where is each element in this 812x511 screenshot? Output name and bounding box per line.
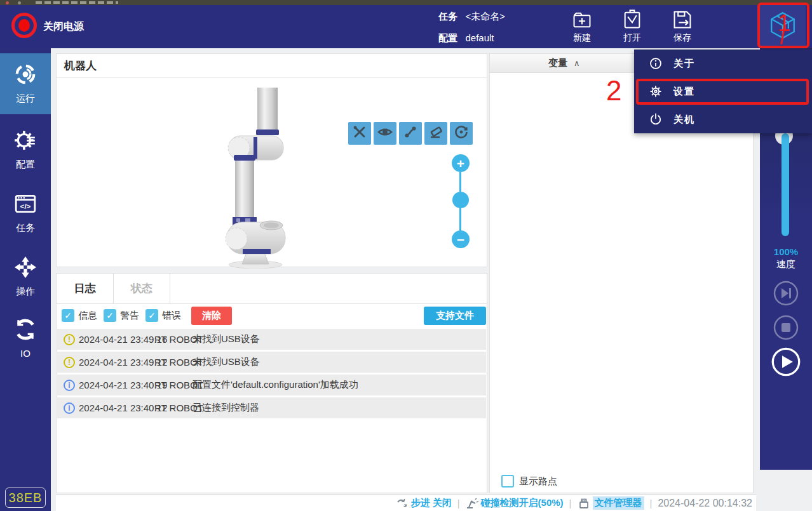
power-button-label: 关闭电源 — [43, 20, 84, 34]
power-icon — [649, 113, 662, 126]
log-row: i 2024-04-21 23:40:12 RT ROBOT 已连接到控制器 — [57, 397, 486, 418]
new-task-button[interactable]: 新建 — [562, 9, 602, 47]
power-button[interactable] — [11, 13, 37, 38]
rotate-view-icon — [454, 124, 469, 142]
file-manager-label: 文件管理器 — [593, 496, 644, 510]
open-task-button[interactable]: 打开 — [612, 9, 653, 47]
config-label: 配置 — [438, 32, 457, 43]
window-titlebar — [0, 0, 812, 5]
show-waypoints-checkbox[interactable] — [501, 475, 514, 488]
open-file-icon — [621, 9, 643, 30]
tab-status-label: 状态 — [131, 281, 152, 296]
sidebar-item-operate[interactable]: 操作 — [0, 246, 51, 307]
task-label: 任务 — [438, 11, 457, 22]
robot-3d-view[interactable]: + − — [57, 79, 487, 267]
sidebar-item-run[interactable]: 运行 — [0, 53, 51, 114]
menu-item-label: 关机 — [673, 114, 695, 126]
config-row: 配置 default — [438, 32, 494, 44]
zoom-in-button[interactable]: + — [452, 154, 470, 172]
zoom-out-button[interactable]: − — [452, 230, 470, 248]
svg-text:</>: </> — [20, 202, 31, 210]
filter-warning[interactable]: ✓ 警告 — [104, 309, 139, 322]
file-manager-control[interactable]: 文件管理器 — [578, 496, 644, 510]
window-title-placeholder — [36, 1, 118, 4]
move-arrows-icon — [14, 256, 37, 281]
window-button-minimize[interactable] — [18, 1, 21, 4]
config-value: default — [465, 32, 494, 43]
status-timestamp: 2024-04-22 00:14:32 — [658, 498, 752, 509]
error-checkbox[interactable]: ✓ — [145, 309, 158, 322]
collapse-icon: ∧ — [574, 58, 580, 68]
speed-slider-track[interactable] — [782, 133, 789, 236]
log-panel: 日志 状态 ✓ 信息 ✓ 警告 ✓ 错误 清除 支持文件 ! 2024-04-2… — [56, 273, 487, 493]
info-icon: i — [64, 402, 75, 414]
play-button[interactable] — [771, 347, 799, 375]
sidebar-item-label: IO — [20, 348, 30, 359]
step-mode-control[interactable]: 步进 关闭 — [396, 497, 452, 510]
support-files-button[interactable]: 支持文件 — [424, 307, 486, 325]
log-row: i 2024-04-21 23:40:19 RT ROBOT 配置文件'defa… — [57, 375, 486, 395]
robot-panel: 机器人 — [56, 53, 487, 267]
show-waypoints-label: 显示路点 — [519, 475, 557, 488]
view-visibility-button[interactable] — [374, 122, 396, 145]
step-forward-button[interactable] — [772, 279, 800, 307]
stop-button[interactable] — [772, 314, 800, 342]
sidebar-item-config[interactable]: 配置 — [0, 119, 51, 180]
step-arrow-icon — [396, 497, 409, 510]
eye-icon — [377, 124, 393, 142]
sidebar-item-task[interactable]: </> 任务 — [0, 183, 51, 244]
zoom-slider-handle[interactable] — [452, 192, 469, 208]
sidebar-badge[interactable]: 38EB — [5, 488, 46, 508]
log-message: 未找到USB设备 — [193, 356, 260, 368]
stop-icon — [772, 314, 800, 342]
log-message: 配置文件'default.configuration'加载成功 — [193, 379, 358, 391]
io-cycle-icon — [14, 318, 37, 343]
collision-detection-label: 碰撞检测开启(50%) — [481, 497, 564, 509]
view-erase-button[interactable] — [424, 122, 447, 145]
gear-icon — [649, 85, 662, 98]
app-logo-menu-button[interactable] — [760, 5, 806, 48]
menu-item-about[interactable]: 关于 — [634, 50, 812, 77]
play-icon — [771, 347, 801, 377]
app-window: 关闭电源 任务 <未命名> 配置 default 新建 — [0, 0, 812, 511]
usb-drive-icon — [578, 497, 590, 510]
window-button-close[interactable] — [6, 1, 9, 4]
show-waypoints-control[interactable]: 显示路点 — [501, 475, 557, 488]
log-message: 未找到USB设备 — [193, 333, 260, 345]
log-row: ! 2024-04-21 23:49:16 RT ROBOT 未找到USB设备 — [57, 329, 486, 350]
menu-item-shutdown[interactable]: 关机 — [634, 105, 812, 133]
clear-log-button[interactable]: 清除 — [191, 307, 232, 325]
menu-item-settings[interactable]: 设置 — [634, 77, 812, 105]
robot-panel-title: 机器人 — [57, 54, 487, 78]
eraser-icon — [428, 124, 443, 142]
gear-list-icon — [14, 129, 37, 154]
warning-filter-label: 警告 — [120, 310, 139, 322]
sidebar-item-label: 任务 — [16, 222, 35, 234]
warning-icon: ! — [64, 357, 75, 368]
filter-error[interactable]: ✓ 错误 — [145, 309, 181, 322]
view-tools-button[interactable] — [348, 122, 371, 145]
status-bar: 步进 关闭 | 碰撞检测开启(50%) | 文件管理器 | 2024-04-22… — [56, 494, 756, 511]
status-divider: | — [569, 498, 572, 508]
filter-info[interactable]: ✓ 信息 — [62, 309, 97, 322]
view-path-button[interactable] — [399, 122, 422, 145]
collision-detection-control[interactable]: 碰撞检测开启(50%) — [466, 497, 564, 510]
save-task-button[interactable]: 保存 — [662, 9, 703, 47]
tab-status[interactable]: 状态 — [114, 274, 170, 303]
tab-log[interactable]: 日志 — [57, 274, 114, 303]
error-filter-label: 错误 — [162, 310, 181, 322]
status-divider: | — [650, 498, 653, 508]
info-checkbox[interactable]: ✓ — [62, 309, 74, 322]
menu-item-label: 设置 — [673, 86, 695, 98]
code-window-icon: </> — [14, 192, 37, 218]
plus-icon: + — [457, 157, 464, 170]
new-task-label: 新建 — [573, 32, 591, 44]
sidebar-item-io[interactable]: IO — [0, 310, 51, 367]
view-reset-button[interactable] — [450, 122, 473, 145]
app-menu: 关于 设置 — [634, 50, 812, 133]
save-icon — [672, 9, 693, 30]
warning-checkbox[interactable]: ✓ — [104, 309, 116, 322]
speed-percent: 100% — [760, 246, 812, 257]
menu-item-label: 关于 — [673, 58, 695, 70]
info-icon: i — [64, 380, 75, 391]
